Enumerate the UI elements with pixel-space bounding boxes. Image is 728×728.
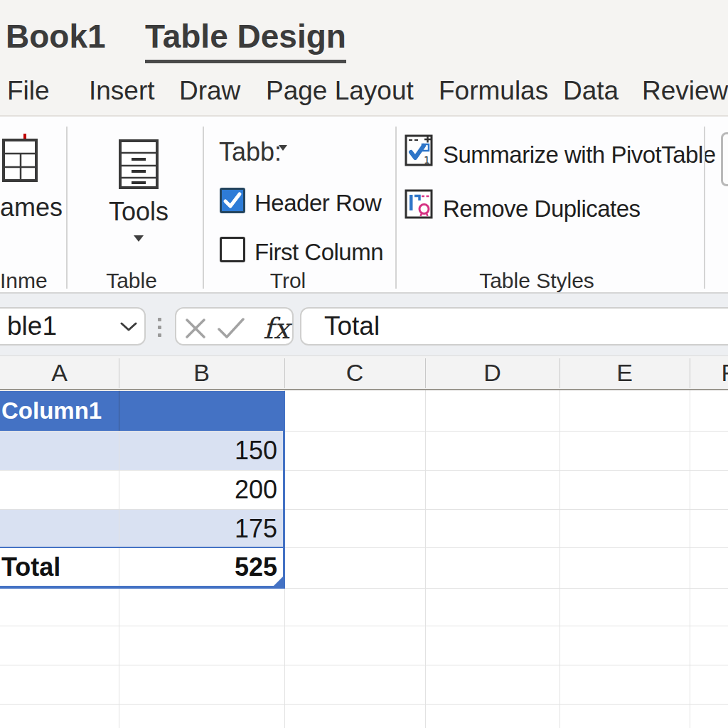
checkbox-unchecked-icon <box>220 237 245 262</box>
tab-table-design[interactable]: Table Design <box>145 18 346 63</box>
table-styles-gallery[interactable] <box>721 132 728 186</box>
menu-data[interactable]: Data <box>563 75 619 107</box>
menu-review[interactable]: Review <box>642 75 728 107</box>
menu-page-layout[interactable]: Page Layout <box>266 75 414 107</box>
header-row-label: Header Row <box>255 191 381 216</box>
table-name-dropdown[interactable]: Tabb: <box>219 138 304 164</box>
workbook-title: Book1 <box>6 18 106 55</box>
cell-b3[interactable]: 200 <box>119 470 284 509</box>
first-column-label: First Column <box>255 240 383 265</box>
cell-b2[interactable]: 150 <box>119 431 284 470</box>
menu-draw[interactable]: Draw <box>179 75 240 107</box>
dropdown-caret-icon <box>134 235 144 242</box>
chevron-down-icon[interactable] <box>120 322 137 332</box>
group-label-options: Trol <box>235 269 341 292</box>
tools-button[interactable]: Tools <box>100 135 178 249</box>
summarize-pivottable-button[interactable]: 1 Summarize with PivotTable <box>405 134 703 170</box>
column-header-f[interactable]: F <box>690 355 728 390</box>
enter-icon[interactable] <box>218 318 245 339</box>
pivottable-icon: 1 <box>405 134 433 166</box>
column-header-b[interactable]: B <box>119 355 284 390</box>
formula-controls: fx <box>175 307 294 346</box>
column-separator <box>119 358 119 388</box>
name-box-value: ble1 <box>7 309 57 344</box>
column-header-c[interactable]: C <box>284 355 425 390</box>
table-name-dropdown-label: Tabb: <box>219 138 282 166</box>
header-row-checkbox[interactable]: Header Row <box>220 188 390 213</box>
column-header-a[interactable]: A <box>0 355 119 390</box>
gridline-h <box>0 626 728 626</box>
gridline-v <box>560 390 560 728</box>
remove-duplicates-label: Remove Duplicates <box>443 196 641 222</box>
svg-text:1: 1 <box>424 154 430 166</box>
group-label-table: Table <box>100 269 164 292</box>
tools-icon <box>119 139 159 189</box>
formula-input[interactable]: Total <box>300 307 728 346</box>
summarize-pivottable-label: Summarize with PivotTable <box>443 142 716 168</box>
menu-file[interactable]: File <box>7 75 50 107</box>
group-label-properties: Inme <box>0 269 48 292</box>
gridline-h <box>0 470 728 471</box>
formula-value: Total <box>324 309 380 344</box>
column-separator <box>690 358 690 388</box>
cell-a5[interactable]: Total <box>1 547 115 587</box>
formula-bar-separator <box>158 326 161 329</box>
column-separator <box>284 358 285 388</box>
table-bottom-border <box>0 586 285 589</box>
ribbon-divider <box>395 127 397 289</box>
menu-formulas[interactable]: Formulas <box>439 75 548 107</box>
cell-b1[interactable] <box>119 391 284 431</box>
table-resize-handle[interactable] <box>274 577 283 586</box>
cancel-icon[interactable] <box>185 318 206 339</box>
group-label-table-styles: Table Styles <box>455 269 619 292</box>
gridline-h <box>0 509 728 510</box>
gridline-h <box>0 665 728 665</box>
menu-insert[interactable]: Insert <box>89 75 155 107</box>
ribbon-divider <box>704 127 705 289</box>
excel-window: Book1 Table Design File Insert Draw Page… <box>0 0 728 728</box>
cell-b5[interactable]: 525 <box>119 547 284 587</box>
column-header-d[interactable]: D <box>425 355 560 390</box>
gridline-v <box>690 390 690 728</box>
column-header-e[interactable]: E <box>560 355 690 390</box>
tools-label: Tools <box>100 198 178 226</box>
first-column-checkbox[interactable]: First Column <box>220 237 390 262</box>
ribbon-divider <box>66 127 68 289</box>
formula-bar-separator <box>158 318 161 321</box>
cell-b4[interactable]: 175 <box>119 509 284 547</box>
checkbox-checked-icon <box>220 188 245 213</box>
column-separator <box>425 358 426 388</box>
resize-table-icon[interactable] <box>1 134 38 183</box>
cell-a1[interactable]: Column1 <box>1 391 117 431</box>
name-box[interactable]: ble1 <box>0 307 146 346</box>
insert-function-icon[interactable]: fx <box>263 314 289 343</box>
gridline-h <box>0 704 728 705</box>
gridline-h <box>0 431 728 432</box>
gridline-v <box>425 390 426 728</box>
remove-duplicates-icon <box>405 189 433 219</box>
table-right-border <box>283 391 285 588</box>
resize-table-label[interactable]: ames <box>0 193 63 222</box>
column-header-border <box>0 389 728 390</box>
remove-duplicates-button[interactable]: Remove Duplicates <box>405 189 646 223</box>
formula-bar-separator <box>158 333 161 337</box>
ribbon-divider <box>203 127 204 289</box>
dropdown-caret-icon <box>279 145 287 151</box>
column-separator <box>560 358 560 388</box>
